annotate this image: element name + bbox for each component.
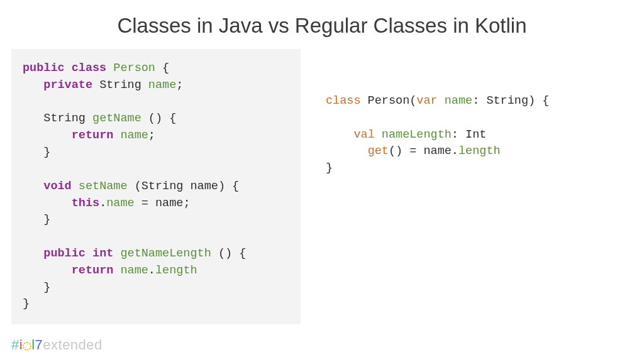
- footer-hashtag: #il7extended: [11, 337, 103, 353]
- kotlin-code: class Person(var name: String) { val nam…: [326, 93, 626, 177]
- slide-title: Classes in Java vs Regular Classes in Ko…: [0, 0, 644, 49]
- hash-icon: #: [11, 337, 19, 353]
- kotlin-code-block: class Person(var name: String) { val nam…: [313, 49, 633, 324]
- java-code: public class Person { private String nam…: [23, 60, 289, 313]
- java-code-block: public class Person { private String nam…: [11, 49, 301, 324]
- dotted-o-icon: [23, 337, 31, 354]
- code-columns: public class Person { private String nam…: [0, 49, 644, 324]
